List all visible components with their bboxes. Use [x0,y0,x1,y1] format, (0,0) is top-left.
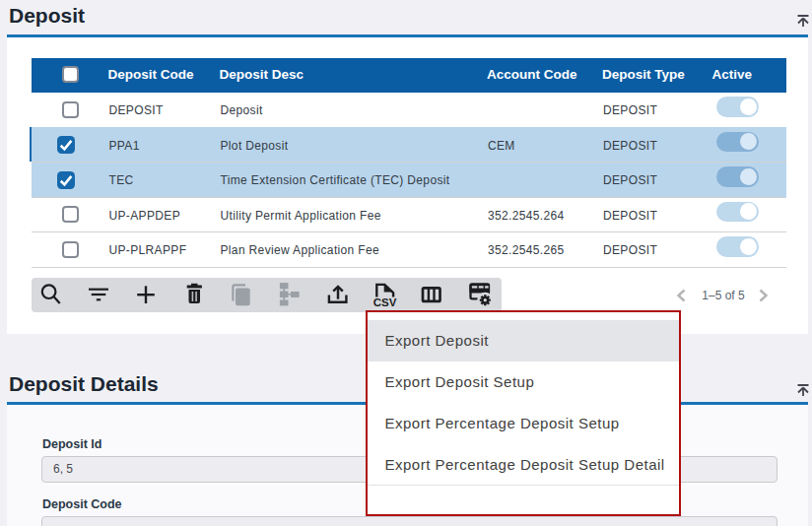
svg-text:CSV: CSV [372,296,396,308]
